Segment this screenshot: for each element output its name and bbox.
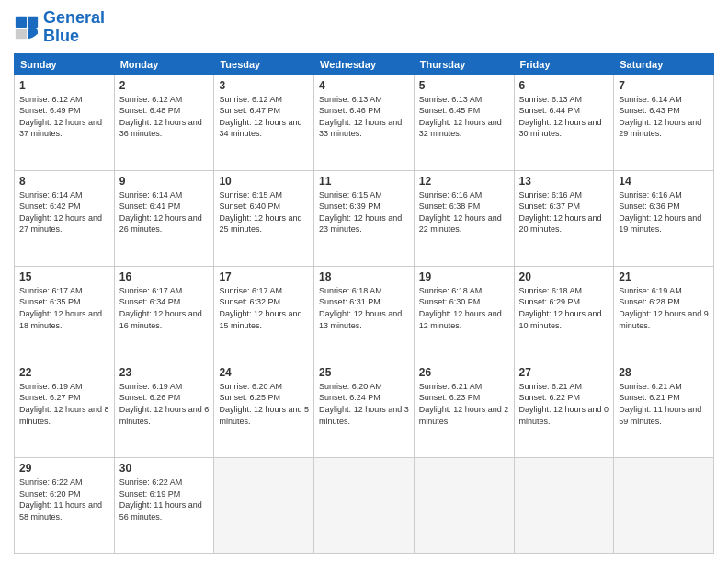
calendar-cell: 14 Sunrise: 6:16 AM Sunset: 6:36 PM Dayl… xyxy=(614,170,714,266)
calendar-cell: 29 Sunrise: 6:22 AM Sunset: 6:20 PM Dayl… xyxy=(15,457,115,553)
sunset-text: Sunset: 6:23 PM xyxy=(419,392,509,404)
day-number: 23 xyxy=(119,366,210,379)
sunset-text: Sunset: 6:22 PM xyxy=(519,392,609,404)
sunset-text: Sunset: 6:34 PM xyxy=(119,296,210,308)
daylight-text: Daylight: 12 hours and 37 minutes. xyxy=(19,117,109,140)
calendar-cell: 25 Sunrise: 6:20 AM Sunset: 6:24 PM Dayl… xyxy=(314,362,415,457)
calendar-week-2: 8 Sunrise: 6:14 AM Sunset: 6:42 PM Dayli… xyxy=(15,170,714,266)
calendar-cell: 22 Sunrise: 6:19 AM Sunset: 6:27 PM Dayl… xyxy=(15,362,115,457)
col-wednesday: Wednesday xyxy=(314,53,415,75)
day-info: Sunrise: 6:14 AM Sunset: 6:42 PM Dayligh… xyxy=(19,190,109,236)
sunset-text: Sunset: 6:49 PM xyxy=(19,105,109,117)
daylight-text: Daylight: 12 hours and 26 minutes. xyxy=(119,213,210,236)
col-saturday: Saturday xyxy=(614,53,714,75)
daylight-text: Daylight: 12 hours and 2 minutes. xyxy=(419,404,509,427)
calendar-cell: 21 Sunrise: 6:19 AM Sunset: 6:28 PM Dayl… xyxy=(614,266,714,362)
sunset-text: Sunset: 6:45 PM xyxy=(419,105,509,117)
daylight-text: Daylight: 12 hours and 36 minutes. xyxy=(119,117,210,140)
day-info: Sunrise: 6:13 AM Sunset: 6:45 PM Dayligh… xyxy=(419,94,509,140)
daylight-text: Daylight: 12 hours and 3 minutes. xyxy=(319,404,409,427)
daylight-text: Daylight: 12 hours and 15 minutes. xyxy=(219,308,309,331)
sunrise-text: Sunrise: 6:12 AM xyxy=(119,94,210,106)
day-info: Sunrise: 6:17 AM Sunset: 6:34 PM Dayligh… xyxy=(119,285,210,331)
sunset-text: Sunset: 6:31 PM xyxy=(319,296,409,308)
day-number: 27 xyxy=(519,366,609,379)
calendar-cell: 9 Sunrise: 6:14 AM Sunset: 6:41 PM Dayli… xyxy=(114,170,214,266)
sunset-text: Sunset: 6:32 PM xyxy=(219,296,309,308)
calendar-cell: 6 Sunrise: 6:13 AM Sunset: 6:44 PM Dayli… xyxy=(514,75,614,170)
calendar-cell xyxy=(214,457,314,553)
logo-icon xyxy=(14,15,40,40)
day-number: 13 xyxy=(519,175,609,188)
calendar-cell: 1 Sunrise: 6:12 AM Sunset: 6:49 PM Dayli… xyxy=(15,75,115,170)
calendar-cell: 26 Sunrise: 6:21 AM Sunset: 6:23 PM Dayl… xyxy=(414,362,514,457)
day-info: Sunrise: 6:18 AM Sunset: 6:30 PM Dayligh… xyxy=(419,285,509,331)
col-thursday: Thursday xyxy=(414,53,514,75)
calendar-cell: 27 Sunrise: 6:21 AM Sunset: 6:22 PM Dayl… xyxy=(514,362,614,457)
calendar-cell: 30 Sunrise: 6:22 AM Sunset: 6:19 PM Dayl… xyxy=(114,457,214,553)
col-tuesday: Tuesday xyxy=(214,53,314,75)
day-number: 2 xyxy=(119,79,210,92)
day-info: Sunrise: 6:15 AM Sunset: 6:39 PM Dayligh… xyxy=(319,190,409,236)
sunset-text: Sunset: 6:26 PM xyxy=(119,392,210,404)
daylight-text: Daylight: 12 hours and 18 minutes. xyxy=(19,308,109,331)
calendar-week-4: 22 Sunrise: 6:19 AM Sunset: 6:27 PM Dayl… xyxy=(15,362,714,457)
sunset-text: Sunset: 6:29 PM xyxy=(519,296,609,308)
daylight-text: Daylight: 12 hours and 8 minutes. xyxy=(19,404,109,427)
day-info: Sunrise: 6:22 AM Sunset: 6:20 PM Dayligh… xyxy=(19,477,109,523)
daylight-text: Daylight: 12 hours and 5 minutes. xyxy=(219,404,309,427)
calendar-week-5: 29 Sunrise: 6:22 AM Sunset: 6:20 PM Dayl… xyxy=(15,457,714,553)
daylight-text: Daylight: 12 hours and 32 minutes. xyxy=(419,117,509,140)
sunrise-text: Sunrise: 6:13 AM xyxy=(519,94,609,106)
sunset-text: Sunset: 6:20 PM xyxy=(19,488,109,500)
col-sunday: Sunday xyxy=(15,53,115,75)
calendar-cell xyxy=(514,457,614,553)
day-info: Sunrise: 6:16 AM Sunset: 6:38 PM Dayligh… xyxy=(419,190,509,236)
calendar-cell: 2 Sunrise: 6:12 AM Sunset: 6:48 PM Dayli… xyxy=(114,75,214,170)
sunrise-text: Sunrise: 6:17 AM xyxy=(119,285,210,297)
header: General Blue xyxy=(14,9,714,46)
sunrise-text: Sunrise: 6:19 AM xyxy=(19,381,109,393)
daylight-text: Daylight: 12 hours and 9 minutes. xyxy=(619,308,709,331)
day-info: Sunrise: 6:21 AM Sunset: 6:21 PM Dayligh… xyxy=(619,381,709,427)
daylight-text: Daylight: 12 hours and 13 minutes. xyxy=(319,308,409,331)
day-number: 16 xyxy=(119,270,210,283)
sunset-text: Sunset: 6:39 PM xyxy=(319,201,409,213)
calendar-cell: 8 Sunrise: 6:14 AM Sunset: 6:42 PM Dayli… xyxy=(15,170,115,266)
sunrise-text: Sunrise: 6:19 AM xyxy=(119,381,210,393)
svg-rect-2 xyxy=(16,29,27,39)
day-info: Sunrise: 6:17 AM Sunset: 6:35 PM Dayligh… xyxy=(19,285,109,331)
day-number: 18 xyxy=(319,270,409,283)
sunrise-text: Sunrise: 6:16 AM xyxy=(519,190,609,201)
daylight-text: Daylight: 12 hours and 33 minutes. xyxy=(319,117,409,140)
daylight-text: Daylight: 12 hours and 20 minutes. xyxy=(519,213,609,236)
sunrise-text: Sunrise: 6:14 AM xyxy=(19,190,109,201)
sunset-text: Sunset: 6:37 PM xyxy=(519,201,609,213)
sunset-text: Sunset: 6:40 PM xyxy=(219,201,309,213)
day-number: 10 xyxy=(219,175,309,188)
day-number: 28 xyxy=(619,366,709,379)
day-number: 25 xyxy=(319,366,409,379)
sunset-text: Sunset: 6:21 PM xyxy=(619,392,709,404)
day-number: 14 xyxy=(619,175,709,188)
col-friday: Friday xyxy=(514,53,614,75)
day-info: Sunrise: 6:22 AM Sunset: 6:19 PM Dayligh… xyxy=(119,477,210,523)
daylight-text: Daylight: 12 hours and 29 minutes. xyxy=(619,117,709,140)
daylight-text: Daylight: 12 hours and 25 minutes. xyxy=(219,213,309,236)
day-number: 9 xyxy=(119,175,210,188)
calendar-cell: 15 Sunrise: 6:17 AM Sunset: 6:35 PM Dayl… xyxy=(15,266,115,362)
day-info: Sunrise: 6:21 AM Sunset: 6:22 PM Dayligh… xyxy=(519,381,609,427)
day-info: Sunrise: 6:15 AM Sunset: 6:40 PM Dayligh… xyxy=(219,190,309,236)
calendar-cell: 19 Sunrise: 6:18 AM Sunset: 6:30 PM Dayl… xyxy=(414,266,514,362)
calendar-cell: 5 Sunrise: 6:13 AM Sunset: 6:45 PM Dayli… xyxy=(414,75,514,170)
day-number: 29 xyxy=(19,462,109,475)
day-info: Sunrise: 6:20 AM Sunset: 6:24 PM Dayligh… xyxy=(319,381,409,427)
sunset-text: Sunset: 6:27 PM xyxy=(19,392,109,404)
sunset-text: Sunset: 6:24 PM xyxy=(319,392,409,404)
day-number: 20 xyxy=(519,270,609,283)
daylight-text: Daylight: 12 hours and 19 minutes. xyxy=(619,213,709,236)
calendar-week-1: 1 Sunrise: 6:12 AM Sunset: 6:49 PM Dayli… xyxy=(15,75,714,170)
sunrise-text: Sunrise: 6:17 AM xyxy=(219,285,309,297)
calendar-cell: 4 Sunrise: 6:13 AM Sunset: 6:46 PM Dayli… xyxy=(314,75,415,170)
sunrise-text: Sunrise: 6:15 AM xyxy=(219,190,309,201)
